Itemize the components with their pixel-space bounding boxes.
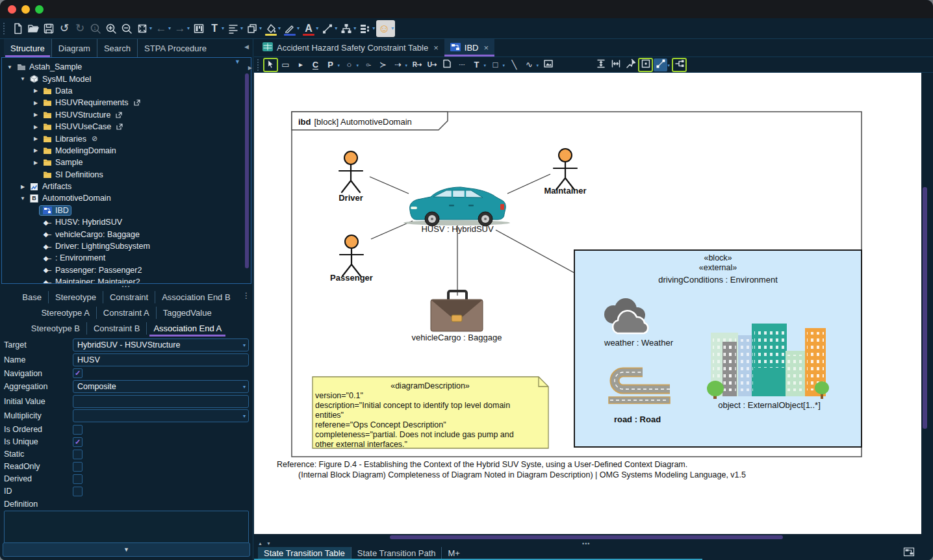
provided-interface-tool-button[interactable]: ○▾: [342, 58, 356, 71]
tree-expand-arrow-icon[interactable]: ▶: [32, 88, 40, 94]
environment-block[interactable]: «block» «external» drivingConditions : E…: [574, 250, 862, 447]
port-dropdown-icon[interactable]: ▾: [337, 63, 340, 68]
vertical-scrollbar-thumb[interactable]: [923, 187, 927, 429]
image-tool-button[interactable]: [541, 58, 555, 71]
prop-tab-stereotype-b[interactable]: Stereotype B: [25, 322, 86, 335]
distribute-vertical-tool-button[interactable]: [594, 58, 607, 71]
sidebar-tab-diagram[interactable]: Diagram: [51, 39, 97, 57]
open-folder-button[interactable]: [25, 20, 41, 37]
tree-row[interactable]: ◆–vehicleCargo: Baggage: [2, 228, 251, 240]
tree-row[interactable]: ▶Libraries⊘: [2, 133, 251, 144]
undo-button[interactable]: ↺: [57, 20, 72, 37]
tree-row[interactable]: ▶Data: [2, 85, 251, 97]
nav-forward-dropdown-icon[interactable]: ▾: [187, 25, 190, 31]
zoom-in-button[interactable]: [103, 20, 119, 37]
tree-row[interactable]: SI Definitions: [2, 169, 251, 181]
line-jump-tool-button[interactable]: ▾: [654, 58, 667, 71]
tree-scrollbar[interactable]: [245, 73, 249, 268]
tree-row[interactable]: ▼Astah_Sample: [2, 61, 251, 73]
tree-item[interactable]: ◆–Driver: LightingSubsystem: [40, 242, 152, 251]
is-unique-checkbox[interactable]: ✓: [73, 437, 83, 447]
tree-expand-arrow-icon[interactable]: ▶: [32, 160, 40, 166]
sidebar-tab-structure[interactable]: Structure: [4, 39, 51, 57]
new-file-button[interactable]: [10, 20, 25, 37]
nav-back-dropdown-icon[interactable]: ▾: [168, 25, 171, 31]
tree-row[interactable]: ▶HSUVStructure: [2, 109, 251, 121]
dependency-dropdown-icon[interactable]: ▾: [405, 63, 407, 68]
rect-dropdown-icon[interactable]: ▾: [502, 63, 505, 68]
tree-item[interactable]: ◆–Passenger: Passenger2: [40, 266, 144, 275]
tree-item[interactable]: ◆–vehicleCargo: Baggage: [40, 230, 142, 239]
port-tool-button[interactable]: P▾: [324, 58, 337, 71]
realization-tool-button[interactable]: R⇢: [410, 58, 424, 71]
usage-tool-button[interactable]: U⇢: [425, 58, 439, 71]
tree-expand-arrow-icon[interactable]: ▼: [19, 76, 27, 82]
tree-row[interactable]: ▶Sample: [2, 157, 251, 168]
definition-textarea[interactable]: [4, 511, 249, 546]
line-jump-dropdown-icon[interactable]: ▾: [667, 63, 670, 68]
tree-row[interactable]: IBD: [2, 205, 251, 216]
horizontal-scrollbar-thumb[interactable]: [390, 535, 783, 539]
select-dropdown-icon[interactable]: ▾: [243, 342, 246, 348]
line-style-dropdown-icon[interactable]: ▾: [335, 25, 337, 31]
note-tool-button[interactable]: [440, 58, 454, 71]
prop-tab-stereotype[interactable]: Stereotype: [48, 291, 103, 303]
target-select[interactable]: HybridSUV - HSUVStructure▾: [73, 338, 249, 351]
tree-expand-arrow-icon[interactable]: ▼: [6, 64, 14, 70]
tree-item[interactable]: Libraries: [40, 134, 88, 144]
anchor-tool-button[interactable]: ····: [455, 58, 468, 71]
sidebar-tab-search[interactable]: Search: [97, 39, 137, 57]
tree-item[interactable]: ModelingDomain: [40, 146, 118, 155]
tree-row[interactable]: ▶HSUVRequirements: [2, 97, 251, 108]
layers-button[interactable]: ▾: [244, 20, 263, 37]
tree-row[interactable]: ▶HSUVUseCase: [2, 121, 251, 133]
readonly-checkbox[interactable]: [73, 462, 83, 472]
bottom-tab-state-transition-table[interactable]: State Transition Table: [258, 547, 351, 559]
tree-row[interactable]: ◆–: Environment: [2, 252, 251, 264]
tree-expand-arrow-icon[interactable]: ▶: [32, 112, 40, 118]
tree-row[interactable]: ▼BAutomotiveDomain: [2, 192, 251, 204]
grid-snap-tool-button[interactable]: [639, 58, 652, 71]
close-tab-icon[interactable]: ×: [433, 43, 439, 53]
tree-properties-splitter[interactable]: •••: [0, 284, 253, 289]
fit-view-button[interactable]: ▾: [134, 20, 153, 37]
static-checkbox[interactable]: [73, 450, 83, 459]
tree-item[interactable]: HSUVUseCase: [40, 122, 113, 131]
list-button[interactable]: ▾: [357, 20, 376, 37]
tree-row[interactable]: ▶ModelingDomain: [2, 145, 251, 157]
part-rect-tool-button[interactable]: ▭: [279, 58, 292, 71]
nav-forward-button[interactable]: →▾: [172, 20, 191, 37]
prop-tab-association-end-a[interactable]: Association End A: [146, 322, 228, 335]
align-button[interactable]: ▾: [225, 20, 244, 37]
collapse-properties-button[interactable]: ▼: [3, 542, 250, 557]
tree-expand-arrow-icon[interactable]: ▶: [19, 184, 27, 190]
tree-item[interactable]: Data: [40, 86, 74, 95]
tree-expand-arrow-icon[interactable]: ▶: [32, 147, 40, 153]
tree-row[interactable]: ◆–Maintainer: Maintainer2: [2, 276, 251, 284]
pin-tool-button[interactable]: [624, 58, 637, 71]
line-color-dropdown-icon[interactable]: ▾: [297, 25, 300, 31]
multiplicity-select[interactable]: ▾: [73, 409, 249, 422]
emoji-dropdown-icon[interactable]: ▾: [391, 25, 394, 31]
tree-expand-arrow-icon[interactable]: ▶: [32, 100, 40, 106]
prop-tab-stereotype-a[interactable]: Stereotype A: [34, 307, 96, 319]
tree-item[interactable]: ◆–HUSV: HybridSUV: [40, 218, 124, 227]
select-dropdown-icon[interactable]: ▾: [243, 384, 246, 390]
flow-port-tool-button[interactable]: ►: [294, 58, 307, 71]
sidebar-tab-stpa-procedure[interactable]: STPA Procedure: [137, 39, 213, 57]
font-color-button[interactable]: A▾: [301, 20, 320, 37]
minimize-window-button[interactable]: [21, 5, 30, 14]
doc-tab-ibd[interactable]: IBD×: [444, 39, 494, 57]
line-color-button[interactable]: ▾: [282, 20, 301, 37]
diagram-canvas[interactable]: ibd[block] AutomotiveDomain Driver: [254, 73, 921, 534]
tree-row[interactable]: ◆–Driver: LightingSubsystem: [2, 240, 251, 252]
tree-item[interactable]: Artifacts: [27, 182, 73, 191]
name-field[interactable]: HUSV: [73, 353, 249, 366]
text-format-button[interactable]: T▾: [207, 20, 225, 37]
tree-item[interactable]: IBD: [40, 206, 71, 215]
freehand-dropdown-icon[interactable]: ▾: [536, 63, 539, 68]
provided-interface-dropdown-icon[interactable]: ▾: [356, 63, 359, 68]
text-format-dropdown-icon[interactable]: ▾: [222, 25, 224, 31]
auto-layout-tool-button[interactable]: [672, 58, 686, 71]
doc-tab-accident-hazard-safety-constraint-table[interactable]: Accident Hazard Safety Constraint Table×: [257, 39, 444, 57]
